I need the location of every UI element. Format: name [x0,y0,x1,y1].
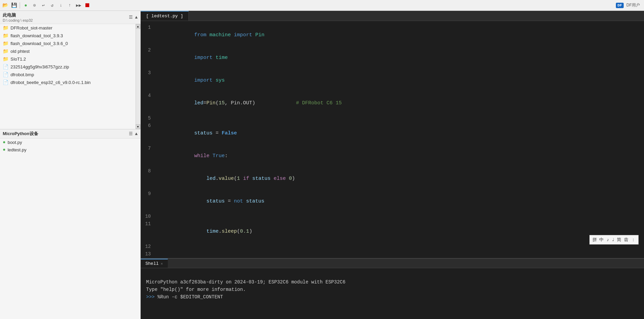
sort-icon[interactable]: ☰ [129,15,133,20]
code-token: machine [209,32,231,38]
step-back-icon[interactable]: ↩ [40,2,47,9]
code-content[interactable]: 1 from machine import Pin 2 import time … [141,21,644,258]
code-token [243,198,246,204]
debug-icon[interactable]: ⊙ [31,2,38,9]
save-icon[interactable]: 💾 [10,2,18,9]
code-line-13: 13 [141,250,644,258]
line-number-6: 6 [141,122,158,129]
shell-tab-close[interactable]: ✕ [161,261,163,266]
tree-item-flash_download_3.9.6_0[interactable]: 📁 flash_download_tool_3.9.6_0 [0,40,140,47]
code-token [194,198,206,204]
local-title: 此电脑 [3,12,33,18]
line-code-13 [158,251,639,258]
shell-line-blank [146,271,639,278]
code-token [240,176,243,182]
keyword: from [194,32,206,38]
keyword: import [194,78,213,83]
code-line-2: 2 import time [141,46,644,69]
step-into-icon[interactable]: ↓ [57,2,65,9]
tab-label: [ ledtest.py ] [146,14,183,19]
scroll-up-arrow[interactable]: ▲ [136,24,140,29]
code-line-5: 5 [141,114,644,122]
tree-item-DFRobot_siot-master[interactable]: 📁 DFRobot_siot-master [0,24,140,32]
code-token: ) [249,229,252,234]
folder-label: SIoT1.2 [11,57,26,62]
code-token: = [203,100,206,106]
line-code-4: led=Pin(15, Pin.OUT)# DFRobot C6 15 [158,92,639,114]
line-number-4: 4 [141,92,158,99]
keyword: import [234,32,252,38]
folder-icon: 📁 [3,56,8,62]
tree-item-old_phtest[interactable]: 📁 old phtest [0,47,140,55]
tree-item-bin[interactable]: 📄 dfrobot_beetle_esp32_c6_v9.0.0-rc.1.bi… [0,79,140,86]
folder-icon: 📁 [3,41,8,46]
line-number-11: 11 [141,220,158,228]
keyword: while [194,153,209,159]
code-token: ( [237,229,240,234]
tree-item-zip[interactable]: 📄 232514gg5g9hv3i6757gzz.zip [0,63,140,71]
code-line-3: 3 import sys [141,69,644,92]
code-token: sleep [222,229,237,234]
tree-item-boot-py[interactable]: ● boot.py [0,139,140,146]
device-title: MicroPython设备 [3,131,38,137]
line-code-1: from machine import Pin [158,24,639,46]
tab-shell[interactable]: Shell ✕ [141,259,168,268]
folder-icon: 📁 [3,25,8,31]
code-line-10: 10 [141,213,644,220]
keyword: not [234,198,243,204]
step-out-icon[interactable]: ↑ [66,2,74,9]
line-code-2: import time [158,47,639,69]
code-line-12: 12 [141,243,644,250]
shell-line-prompt: >>> %Run -c $EDITOR_CONTENT [146,293,639,301]
shell-tabs: Shell ✕ [141,259,644,268]
code-line-6: 6 status = False [141,122,644,145]
line-number-13: 13 [141,250,158,258]
code-token [270,176,274,182]
keyword: True [213,153,225,159]
tree-item-bmp[interactable]: 📄 dfrobot.bmp [0,71,140,79]
shell-content: MicroPython a3cf263ba-dirty on 2024-03-1… [141,268,644,319]
line-code-7: while True: [158,145,639,167]
line-code-3: import sys [158,69,639,92]
code-editor: 1 from machine import Pin 2 import time … [141,21,644,258]
device-sort-icon[interactable]: ☰ [129,131,133,136]
code-token: : [225,153,228,159]
device-file-tree: ● boot.py ● ledtest.py [0,139,140,319]
code-token: sys [216,78,225,83]
resume-icon[interactable]: ▶▶ [75,2,82,9]
code-token: status [206,198,225,204]
shell-line-help: Type "help()" for more information. [146,286,639,293]
step-over-icon[interactable]: ↺ [48,2,56,9]
code-token [194,176,206,182]
folder-label: DFRobot_siot-master [11,25,53,30]
line-number-3: 3 [141,69,158,77]
code-token [249,176,252,182]
keyword: import [194,55,213,61]
code-line-4: 4 led=Pin(15, Pin.OUT)# DFRobot C6 15 [141,92,644,114]
code-token: time [216,55,228,61]
stop-icon[interactable]: ⏹ [84,2,91,9]
ime-toolbar-text: 拼 中 ♪ ♩ 简 齿 ： [592,237,636,243]
collapse-up-icon[interactable]: ▲ [135,15,138,20]
code-token [194,229,206,234]
scroll-down-arrow[interactable]: ▼ [136,124,140,129]
open-folder-icon[interactable]: 📂 [1,2,9,9]
tab-ledtest-py[interactable]: [ ledtest.py ] [141,11,189,21]
code-token [213,78,216,83]
file-label: ledtest.py [7,147,26,152]
code-token: 15 [219,100,225,106]
run-icon[interactable]: ● [22,2,29,9]
tree-item-ledtest-py[interactable]: ● ledtest.py [0,146,140,153]
code-token: 0.1 [240,229,249,234]
shell-line-version: MicroPython a3cf263ba-dirty on 2024-03-1… [146,278,639,286]
local-header-icons: ☰ ▲ [129,15,138,20]
device-collapse-icon[interactable]: ▲ [135,131,138,136]
tree-item-SIoT1.2[interactable]: 📁 SIoT1.2 [0,55,140,63]
py-file-icon: ● [3,147,5,152]
code-token: Pin [255,32,264,38]
code-token: status [194,130,213,136]
shell-tab-label: Shell [145,261,159,266]
tree-item-flash_download_3.9.3[interactable]: 📁 flash_download_tool_3.9.3 [0,32,140,40]
keyword: if [243,176,249,182]
device-section-header: MicroPython设备 ☰ ▲ [0,129,140,139]
